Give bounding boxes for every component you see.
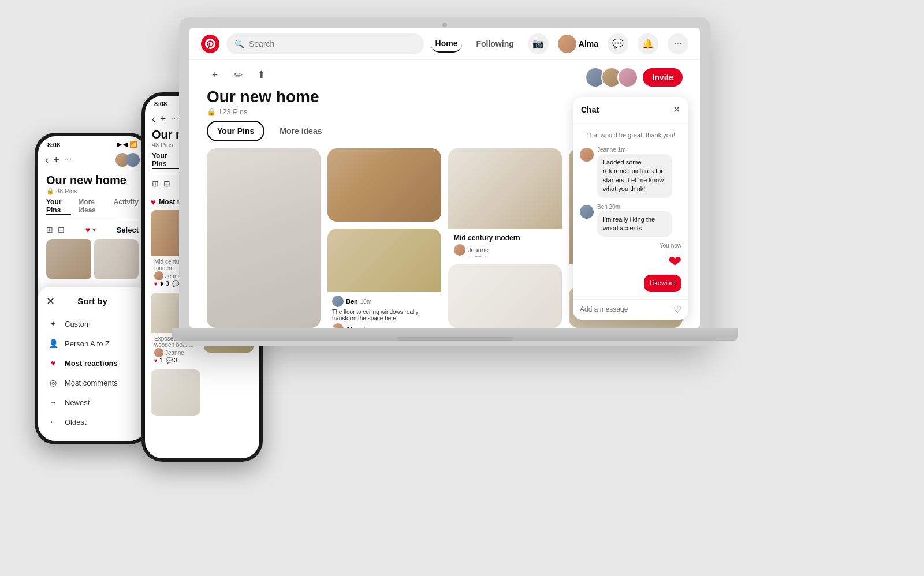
nav-messages-button[interactable]: 💬 xyxy=(608,33,628,54)
pin-mid-century-user: Jeanne xyxy=(468,246,489,253)
chat-own-bubble: Likewise! xyxy=(644,275,681,291)
board-add-button[interactable]: + xyxy=(207,67,223,83)
invite-button[interactable]: Invite xyxy=(643,68,683,87)
board-edit-button[interactable]: ✏ xyxy=(230,67,246,83)
sort-by-sheet: ✕ Sort by ✦ Custom 👤 Person A to Z ♥ Mos… xyxy=(38,287,147,441)
pinterest-logo[interactable] xyxy=(201,35,219,53)
pin-card-floor2[interactable] xyxy=(448,264,562,328)
sort-option-person-az[interactable]: 👤 Person A to Z xyxy=(47,334,137,353)
phone-right-pin-2-avatar xyxy=(154,348,163,357)
sort-custom-icon: ✦ xyxy=(47,319,59,328)
pin-card-warm-room[interactable]: Jeanne ♥ ❥ 2 xyxy=(327,148,441,222)
nav-more-button[interactable]: ··· xyxy=(668,33,688,54)
board-title-area: + ✏ ⬆ Our new home 🔒 123 Pins xyxy=(207,67,319,116)
phone-left-add-button[interactable]: + xyxy=(53,154,59,166)
pin-column-2: Mid century modern Jeanne ♥ ❥ 3 💬 xyxy=(448,148,562,328)
phone-left-grid-icon-1[interactable]: ⊞ xyxy=(46,225,53,234)
pin-mid-century-meta: Jeanne xyxy=(454,244,556,256)
sort-option-oldest[interactable]: ← Oldest xyxy=(47,412,137,432)
phone-right-pin-5[interactable] xyxy=(151,369,200,416)
nav-following-link[interactable]: Following xyxy=(471,36,518,52)
sort-option-most-comments[interactable]: ◎ Most comments xyxy=(47,373,137,392)
board-actions: + ✏ ⬆ xyxy=(207,67,319,83)
laptop-camera xyxy=(442,23,447,27)
phone-left-board-title: Our new home xyxy=(46,174,139,187)
chat-input-area: ♡ xyxy=(573,299,688,320)
sort-option-custom[interactable]: ✦ Custom xyxy=(47,314,137,334)
phone-right-time: 8:08 xyxy=(154,100,167,107)
phone-left-tabs: Your Pins More ideas Activity xyxy=(46,198,139,220)
pin-partial-img xyxy=(207,148,321,328)
phone-left-select-button[interactable]: Select xyxy=(117,226,139,234)
sort-newest-icon: → xyxy=(47,398,59,407)
heart-icon: ♥ xyxy=(154,280,158,287)
phone-right-back-button[interactable]: ‹ xyxy=(152,113,155,125)
chat-ben-avatar xyxy=(580,205,594,219)
sort-option-most-reactions-label: Most reactions xyxy=(65,359,118,368)
pin-card-living-room[interactable]: Ben 10m The floor to ceiling windows rea… xyxy=(327,229,441,328)
pin-lr-user-2: Alma 5m xyxy=(332,323,437,328)
chat-close-button[interactable]: ✕ xyxy=(673,104,680,115)
phone-left-nav: ‹ + ··· xyxy=(38,151,147,169)
search-bar[interactable]: 🔍 Search xyxy=(226,33,424,54)
nav-user-menu[interactable]: Alma xyxy=(558,35,598,53)
nav-home-link[interactable]: Home xyxy=(431,35,463,53)
pin-lr-user-2-avatar xyxy=(332,323,344,328)
phone-right-tab-yourpins[interactable]: Your Pins xyxy=(152,152,181,169)
phone-right-pin-2-comment-count: 3 xyxy=(174,357,178,364)
tab-more-ideas[interactable]: More ideas xyxy=(269,121,332,141)
chat-jeanne-avatar xyxy=(580,148,594,162)
pin-lr-username: Ben xyxy=(346,298,358,305)
phone-left-more-button[interactable]: ··· xyxy=(64,155,72,165)
comment-icon: 💬 xyxy=(172,280,179,287)
pin-column-1: Jeanne ♥ ❥ 2 xyxy=(327,148,441,328)
chat-input[interactable] xyxy=(580,305,670,313)
phone-right-grid-icon-2[interactable]: ⊟ xyxy=(163,179,170,188)
chat-header: Chat ✕ xyxy=(573,97,688,122)
phone-right-pin-1-react-num: 3 xyxy=(166,280,169,287)
pin-mc-comment-count: 3 xyxy=(485,256,488,257)
sort-option-oldest-label: Oldest xyxy=(65,418,87,427)
sort-oldest-icon: ← xyxy=(47,417,59,427)
pin-column-0 xyxy=(207,148,321,328)
pin-mid-century-info: Mid century modern Jeanne ♥ ❥ 3 💬 xyxy=(448,229,562,257)
chat-own-label: You now xyxy=(660,242,681,249)
chat-message-own: You now ❤ Likewise! xyxy=(580,242,681,291)
nav-notifications-button[interactable]: 🔔 xyxy=(638,33,658,54)
sort-option-custom-label: Custom xyxy=(65,320,91,328)
board-share-button[interactable]: ⬆ xyxy=(253,67,269,83)
lock-icon: 🔒 xyxy=(207,107,216,116)
tab-your-pins[interactable]: Your Pins xyxy=(207,121,264,141)
chat-heart-input-icon[interactable]: ♡ xyxy=(673,304,681,315)
chat-jeanne-bubble: I added some reference pictures for star… xyxy=(597,154,672,198)
phone-right-add-button[interactable]: + xyxy=(160,113,166,125)
sort-by-close-button[interactable]: ✕ xyxy=(46,295,55,308)
phone-right-pin-1-reaction-count: ❥ xyxy=(159,280,164,287)
phone-left-tab-activity[interactable]: Activity xyxy=(114,198,139,215)
pin-living-room-comments: Ben 10m The floor to ceiling windows rea… xyxy=(327,292,441,328)
sort-option-newest[interactable]: → Newest xyxy=(47,392,137,412)
collab-avatar-3 xyxy=(617,67,638,88)
pin-floor2-img xyxy=(448,264,562,328)
pin-card-partial[interactable] xyxy=(207,148,321,328)
pin-mid-century-reactions: ♥ ❥ 3 💬 3 xyxy=(454,256,556,257)
phone-left-tab-moreideas[interactable]: More ideas xyxy=(78,198,106,215)
phone-left-pin-preview xyxy=(46,239,139,279)
chat-message-ben: Ben 20m I'm really liking the wood accen… xyxy=(580,204,681,237)
phone-right-more-button[interactable]: ··· xyxy=(171,114,178,124)
laptop-body: 🔍 Search Home Following 📷 Alma 💬 xyxy=(179,17,710,346)
phone-left-signal-icons: ▶ ◀ 📶 xyxy=(117,141,137,148)
phone-left-back-button[interactable]: ‹ xyxy=(45,154,49,166)
search-icon: 🔍 xyxy=(234,39,244,48)
nav-camera-button[interactable]: 📷 xyxy=(528,33,549,54)
board-pin-count: 🔒 123 Pins xyxy=(207,107,319,116)
pin-card-mid-century[interactable]: Mid century modern Jeanne ♥ ❥ 3 💬 xyxy=(448,148,562,257)
chat-ben-content: Ben 20m I'm really liking the wood accen… xyxy=(597,204,672,237)
pin-living-room-img xyxy=(327,229,441,292)
pin-mid-century-avatar xyxy=(454,244,465,256)
phone-left-tab-yourpins[interactable]: Your Pins xyxy=(46,198,71,215)
pinterest-app: 🔍 Search Home Following 📷 Alma 💬 xyxy=(189,28,700,328)
phone-right-grid-icon-1[interactable]: ⊞ xyxy=(152,179,159,188)
sort-option-most-reactions[interactable]: ♥ Most reactions xyxy=(47,353,137,373)
phone-left-grid-icon-2[interactable]: ⊟ xyxy=(58,225,65,234)
